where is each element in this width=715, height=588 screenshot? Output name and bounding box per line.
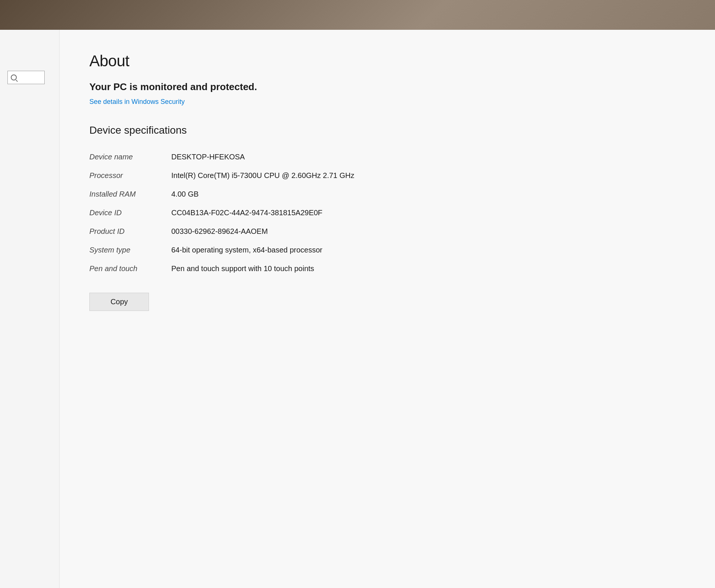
security-status: Your PC is monitored and protected.: [89, 81, 685, 93]
spec-value: CC04B13A-F02C-44A2-9474-381815A29E0F: [171, 203, 499, 222]
specs-table: Device nameDESKTOP-HFEKOSAProcessorIntel…: [89, 147, 499, 278]
table-row: Device IDCC04B13A-F02C-44A2-9474-381815A…: [89, 203, 499, 222]
search-icon: [11, 74, 17, 80]
spec-value: Pen and touch support with 10 touch poin…: [171, 259, 499, 278]
spec-value: Intel(R) Core(TM) i5-7300U CPU @ 2.60GHz…: [171, 166, 499, 185]
table-row: ProcessorIntel(R) Core(TM) i5-7300U CPU …: [89, 166, 499, 185]
section-title: Device specifications: [89, 124, 685, 136]
background-top: [0, 0, 715, 30]
search-box[interactable]: [7, 71, 45, 84]
spec-label: System type: [89, 241, 171, 259]
table-row: Device nameDESKTOP-HFEKOSA: [89, 147, 499, 166]
copy-button[interactable]: Copy: [89, 293, 149, 311]
table-row: Installed RAM4.00 GB: [89, 185, 499, 203]
main-content: About Your PC is monitored and protected…: [60, 30, 715, 588]
spec-value: 4.00 GB: [171, 185, 499, 203]
spec-label: Product ID: [89, 222, 171, 241]
spec-label: Installed RAM: [89, 185, 171, 203]
spec-value: 64-bit operating system, x64-based proce…: [171, 241, 499, 259]
spec-label: Processor: [89, 166, 171, 185]
spec-label: Pen and touch: [89, 259, 171, 278]
table-row: System type64-bit operating system, x64-…: [89, 241, 499, 259]
spec-label: Device name: [89, 147, 171, 166]
table-row: Product ID00330-62962-89624-AAOEM: [89, 222, 499, 241]
spec-value: 00330-62962-89624-AAOEM: [171, 222, 499, 241]
page-title: About: [89, 52, 685, 70]
security-link[interactable]: See details in Windows Security: [89, 98, 685, 106]
spec-value: DESKTOP-HFEKOSA: [171, 147, 499, 166]
sidebar: [0, 30, 60, 588]
table-row: Pen and touchPen and touch support with …: [89, 259, 499, 278]
spec-label: Device ID: [89, 203, 171, 222]
